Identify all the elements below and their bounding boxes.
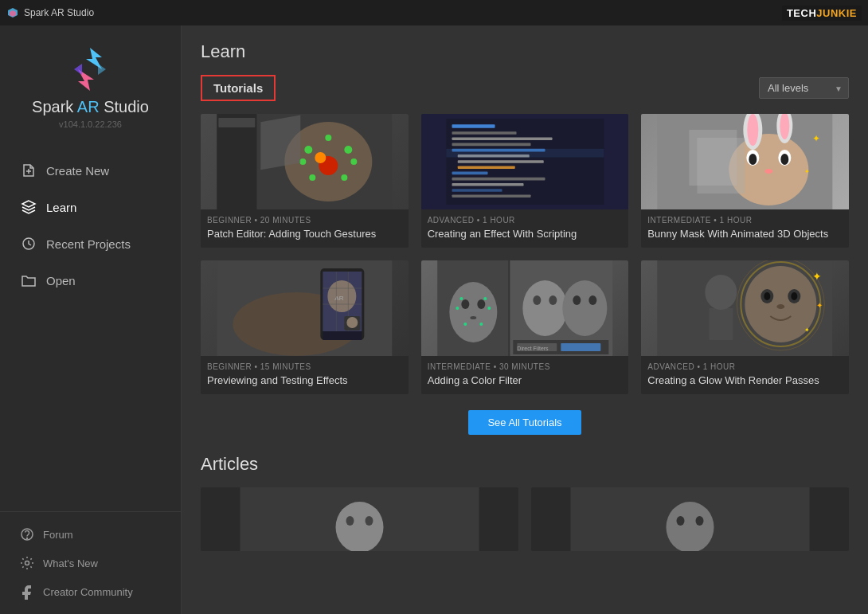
tutorial-thumb-2 bbox=[421, 114, 629, 209]
facebook-icon bbox=[19, 584, 35, 600]
svg-point-73 bbox=[483, 297, 487, 300]
svg-point-8 bbox=[25, 561, 29, 565]
tutorial-title-5: Adding a Color Filter bbox=[428, 374, 623, 388]
tutorial-thumb-6: ✦ ✦ ✦ bbox=[641, 260, 849, 356]
svg-rect-26 bbox=[452, 137, 552, 140]
learn-icon bbox=[21, 199, 37, 215]
article-card-1[interactable] bbox=[201, 487, 518, 551]
svg-point-75 bbox=[487, 307, 491, 310]
app-name: Spark AR Studio bbox=[32, 97, 149, 116]
folder-icon bbox=[21, 272, 37, 288]
article-card-2[interactable] bbox=[531, 487, 849, 551]
tutorial-level-5: INTERMEDIATE • 30 MINUTES bbox=[428, 362, 623, 371]
svg-point-21 bbox=[315, 152, 326, 163]
thumb-phone: AR bbox=[201, 260, 409, 356]
badge-tech: TECH bbox=[787, 7, 816, 19]
tutorial-info-1: BEGINNER • 20 MINUTES Patch Editor: Addi… bbox=[201, 209, 409, 248]
see-all-tutorials-button[interactable]: See All Tutorials bbox=[468, 410, 581, 435]
svg-point-70 bbox=[477, 299, 485, 309]
svg-point-45 bbox=[748, 114, 759, 146]
sidebar-bottom: Forum What's New Creator Community bbox=[0, 511, 181, 614]
svg-point-104 bbox=[336, 502, 384, 551]
svg-point-96 bbox=[792, 292, 798, 300]
titlebar-app-name: Spark AR Studio bbox=[24, 7, 94, 18]
svg-point-14 bbox=[304, 146, 312, 154]
bunny-svg: ✦ ✦ bbox=[641, 114, 849, 209]
sidebar-item-open[interactable]: Open bbox=[8, 263, 173, 298]
tutorial-title-6: Creating a Glow With Render Passes bbox=[647, 374, 843, 388]
tutorial-thumb-3: ✦ ✦ bbox=[641, 114, 849, 209]
forum-label: Forum bbox=[43, 529, 73, 541]
svg-point-109 bbox=[677, 516, 685, 526]
svg-point-43 bbox=[781, 154, 789, 165]
creator-community-label: Creator Community bbox=[43, 586, 133, 598]
tutorial-title-3: Bunny Mask With Animated 3D Objects bbox=[647, 228, 843, 241]
svg-point-110 bbox=[696, 516, 704, 526]
svg-point-106 bbox=[366, 516, 373, 526]
svg-text:AR: AR bbox=[334, 295, 343, 302]
tutorial-card-3[interactable]: ✦ ✦ INTERMEDIATE • 1 HOUR Bunny Mask Wit… bbox=[641, 114, 849, 248]
svg-rect-35 bbox=[452, 189, 502, 192]
svg-point-48 bbox=[765, 169, 773, 174]
help-circle-icon bbox=[19, 526, 35, 542]
app-icon bbox=[6, 6, 19, 19]
svg-rect-22 bbox=[260, 115, 300, 170]
svg-point-81 bbox=[549, 295, 557, 305]
svg-point-42 bbox=[749, 154, 757, 165]
tutorial-card-5[interactable]: Direct Filters INTERMEDIATE • 30 MINUTES… bbox=[421, 260, 629, 394]
tutorial-card-1[interactable]: BEGINNER • 20 MINUTES Patch Editor: Addi… bbox=[201, 114, 409, 248]
level-select[interactable]: All levels Beginner Intermediate Advance… bbox=[759, 77, 849, 99]
recent-projects-label: Recent Projects bbox=[46, 237, 131, 251]
techjunkie-badge: TECHJUNKIE bbox=[782, 6, 862, 21]
sidebar: Spark AR Studio v104.1.0.22.236 Create N… bbox=[0, 25, 182, 614]
code-svg bbox=[426, 119, 624, 205]
svg-point-18 bbox=[309, 174, 315, 181]
svg-point-84 bbox=[588, 295, 596, 305]
svg-point-105 bbox=[346, 516, 354, 526]
svg-point-17 bbox=[350, 158, 357, 165]
tutorial-level-2: ADVANCED • 1 HOUR bbox=[428, 216, 623, 225]
tutorial-info-3: INTERMEDIATE • 1 HOUR Bunny Mask With An… bbox=[641, 209, 849, 248]
svg-point-71 bbox=[470, 316, 476, 319]
svg-point-76 bbox=[463, 323, 467, 326]
content-area[interactable]: Learn Tutorials All levels Beginner Inte… bbox=[182, 25, 868, 614]
whats-new-label: What's New bbox=[43, 557, 98, 569]
learn-label: Learn bbox=[46, 201, 76, 214]
tutorial-card-4[interactable]: AR bbox=[201, 260, 409, 394]
svg-rect-24 bbox=[452, 124, 495, 128]
tutorials-tab[interactable]: Tutorials bbox=[201, 75, 276, 101]
svg-rect-25 bbox=[452, 131, 516, 135]
sidebar-item-forum[interactable]: Forum bbox=[8, 520, 173, 549]
tutorial-card-2[interactable]: ADVANCED • 1 HOUR Creating an Effect Wit… bbox=[421, 114, 629, 248]
svg-rect-36 bbox=[452, 194, 530, 197]
svg-rect-32 bbox=[452, 172, 487, 175]
thumb-bunny: ✦ ✦ bbox=[641, 114, 849, 209]
sidebar-item-recent-projects[interactable]: Recent Projects bbox=[8, 226, 173, 261]
phone-svg: AR bbox=[201, 260, 409, 356]
svg-point-68 bbox=[449, 282, 497, 342]
sidebar-item-create-new[interactable]: Create New bbox=[8, 153, 173, 188]
tutorials-grid: BEGINNER • 20 MINUTES Patch Editor: Addi… bbox=[201, 114, 849, 394]
title-bar-left: Spark AR Studio bbox=[6, 6, 94, 19]
tutorial-card-6[interactable]: ✦ ✦ ✦ ADVANCED • 1 HOUR Creating a Glow … bbox=[641, 260, 849, 394]
svg-rect-50 bbox=[690, 130, 737, 186]
svg-rect-10 bbox=[217, 114, 256, 209]
tutorial-thumb-4: AR bbox=[201, 260, 409, 356]
svg-point-79 bbox=[522, 280, 567, 336]
tutorial-info-5: INTERMEDIATE • 30 MINUTES Adding a Color… bbox=[421, 356, 629, 394]
sidebar-item-whats-new[interactable]: What's New bbox=[8, 549, 173, 577]
bwface-svg: Direct Filters bbox=[421, 260, 629, 356]
sidebar-item-creator-community[interactable]: Creator Community bbox=[8, 577, 173, 606]
svg-rect-30 bbox=[457, 160, 543, 163]
level-filter-wrapper[interactable]: All levels Beginner Intermediate Advance… bbox=[759, 77, 849, 99]
tutorial-info-4: BEGINNER • 15 MINUTES Previewing and Tes… bbox=[201, 356, 409, 394]
thumb-code bbox=[421, 114, 629, 209]
main-layout: Spark AR Studio v104.1.0.22.236 Create N… bbox=[0, 25, 868, 614]
tutorial-title-4: Previewing and Testing Effects bbox=[207, 374, 402, 388]
glow-svg: ✦ ✦ ✦ bbox=[641, 260, 849, 356]
create-new-label: Create New bbox=[46, 164, 109, 178]
sidebar-item-learn[interactable]: Learn bbox=[8, 190, 173, 225]
svg-point-95 bbox=[764, 292, 771, 300]
svg-point-83 bbox=[573, 295, 581, 305]
svg-point-7 bbox=[27, 538, 28, 539]
